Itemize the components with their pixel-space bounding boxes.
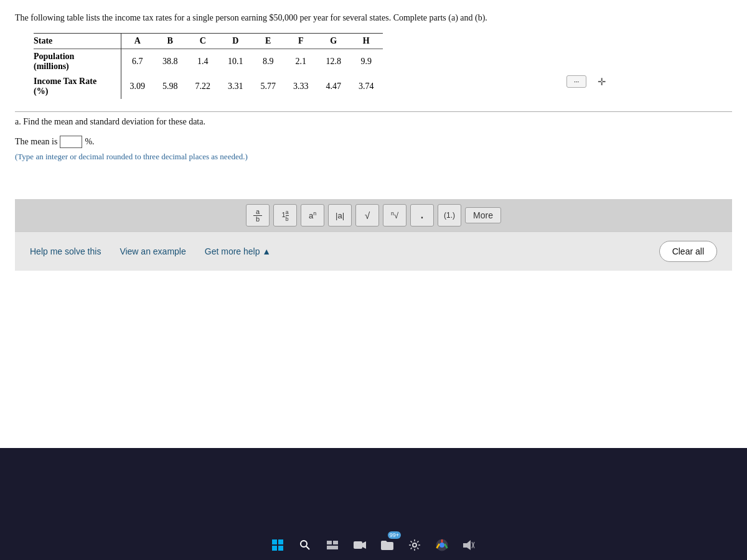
pop-d: 10.1	[219, 49, 252, 75]
mean-suffix: %.	[85, 137, 94, 147]
bottom-bar: Help me solve this View an example Get m…	[15, 231, 732, 271]
problem-description: The following table lists the income tax…	[15, 11, 732, 24]
tax-rate-label: Income Tax Rate(%)	[34, 74, 121, 99]
mixed-number-button[interactable]: 1ab	[273, 204, 297, 226]
col-g: G	[317, 34, 350, 49]
tax-a: 3.09	[121, 74, 154, 99]
tax-c: 7.22	[187, 74, 220, 99]
main-content: The following table lists the income tax…	[0, 0, 747, 448]
col-a: A	[121, 34, 154, 49]
col-h: H	[350, 34, 383, 49]
chrome-icon[interactable]	[431, 534, 453, 556]
pop-a: 6.7	[121, 49, 154, 75]
col-f: F	[284, 34, 317, 49]
tax-d: 3.31	[219, 74, 252, 99]
part-a-label: a. Find the mean and standard deviation …	[15, 117, 732, 127]
nth-root-button[interactable]: n√	[383, 204, 406, 226]
svg-point-11	[413, 543, 416, 547]
help-solve-button[interactable]: Help me solve this	[30, 246, 101, 256]
tax-g: 4.47	[317, 74, 350, 99]
svg-rect-0	[272, 539, 277, 544]
dark-overlay	[0, 468, 747, 530]
pop-f: 2.1	[284, 49, 317, 75]
svg-rect-9	[354, 541, 362, 549]
svg-point-13	[439, 543, 444, 548]
svg-rect-8	[327, 546, 338, 549]
svg-line-5	[306, 546, 309, 549]
svg-rect-6	[327, 541, 332, 544]
svg-rect-7	[333, 541, 338, 544]
state-label: State	[34, 34, 121, 49]
camera-icon[interactable]	[349, 534, 371, 556]
tax-h: 3.74	[350, 74, 383, 99]
mean-line: The mean is %.	[15, 136, 732, 148]
mean-input[interactable]	[60, 136, 82, 148]
search-icon[interactable]	[294, 534, 316, 556]
folder-icon[interactable]: 99+	[376, 534, 398, 556]
pop-e: 8.9	[252, 49, 285, 75]
col-e: E	[252, 34, 285, 49]
population-row: Population(millions) 6.7 38.8 1.4 10.1 8…	[34, 49, 383, 75]
svg-rect-1	[278, 539, 283, 544]
volume-icon[interactable]	[458, 534, 481, 556]
svg-marker-15	[467, 540, 471, 550]
absolute-value-button[interactable]: |a|	[328, 204, 352, 226]
svg-rect-3	[278, 546, 283, 551]
svg-rect-14	[463, 543, 467, 548]
data-table-wrapper: State A B C D E F G H Population(million…	[34, 33, 732, 99]
taskview-icon[interactable]	[321, 534, 344, 556]
tax-rate-row: Income Tax Rate(%) 3.09 5.98 7.22 3.31 5…	[34, 74, 383, 99]
taskbar: 99+	[0, 530, 747, 560]
fraction-button[interactable]: a b	[246, 204, 270, 226]
view-example-button[interactable]: View an example	[120, 246, 186, 256]
mean-prefix: The mean is	[15, 137, 57, 147]
tax-e: 5.77	[252, 74, 285, 99]
pop-b: 38.8	[154, 49, 187, 75]
table-header-row: State A B C D E F G H	[34, 34, 383, 49]
windows-start-icon[interactable]	[266, 534, 289, 556]
svg-marker-10	[362, 541, 366, 549]
folder-badge: 99+	[388, 531, 401, 539]
population-label: Population(millions)	[34, 49, 121, 75]
clear-all-button[interactable]: Clear all	[659, 241, 717, 262]
decimal-button[interactable]: .	[410, 204, 434, 226]
income-tax-table: State A B C D E F G H Population(million…	[34, 33, 383, 99]
svg-rect-2	[272, 546, 277, 551]
math-toolbar: a b 1ab an |a| √ n√ . (1.) More	[15, 199, 732, 231]
separator	[15, 111, 732, 112]
svg-point-4	[301, 541, 307, 547]
get-more-help-button[interactable]: Get more help ▲	[205, 246, 271, 256]
tax-f: 3.33	[284, 74, 317, 99]
tax-b: 5.98	[154, 74, 187, 99]
col-b: B	[154, 34, 187, 49]
parentheses-button[interactable]: (1.)	[438, 204, 461, 226]
pop-c: 1.4	[187, 49, 220, 75]
col-c: C	[187, 34, 220, 49]
pop-g: 12.8	[317, 49, 350, 75]
col-d: D	[219, 34, 252, 49]
move-icon[interactable]: ✛	[593, 75, 610, 88]
superscript-button[interactable]: an	[301, 204, 324, 226]
settings-icon[interactable]	[403, 534, 426, 556]
more-button[interactable]: More	[465, 207, 501, 223]
ellipsis-button[interactable]: ···	[566, 75, 586, 88]
pop-h: 9.9	[350, 49, 383, 75]
hint-text: (Type an integer or decimal rounded to t…	[15, 152, 732, 162]
sqrt-button[interactable]: √	[355, 204, 379, 226]
